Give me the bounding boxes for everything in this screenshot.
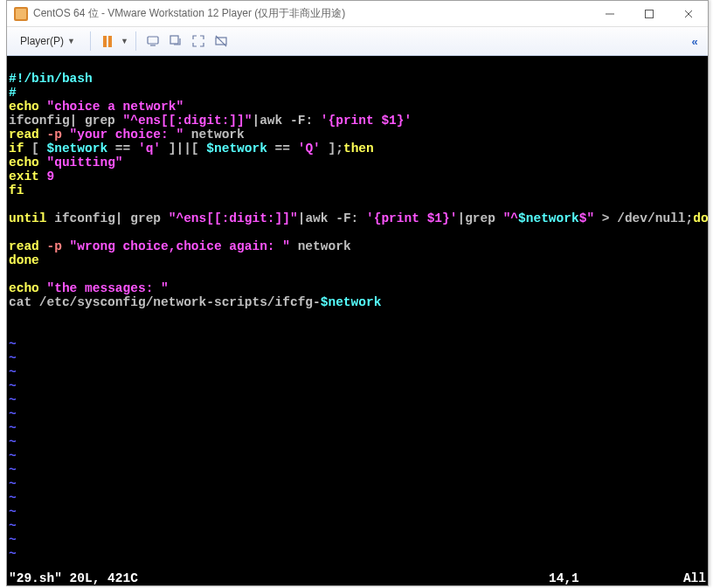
code-token: > /dev/null; bbox=[594, 211, 693, 225]
code-string: 'q' bbox=[138, 142, 161, 156]
code-token: echo bbox=[9, 100, 47, 114]
vim-tilde: ~ bbox=[9, 393, 17, 407]
close-button[interactable] bbox=[668, 1, 708, 26]
chevron-left-icon: « bbox=[691, 35, 694, 48]
status-scroll: All bbox=[671, 571, 706, 585]
status-file-info: "29.sh" 20L, 421C bbox=[9, 571, 549, 585]
vim-tilde: ~ bbox=[9, 337, 17, 351]
vim-tilde: ~ bbox=[9, 435, 17, 449]
code-token: read bbox=[9, 239, 47, 253]
vim-tilde: ~ bbox=[9, 449, 17, 463]
vim-tilde: ~ bbox=[9, 519, 17, 533]
code-var: $network bbox=[47, 142, 108, 156]
code-var: $network bbox=[321, 295, 382, 309]
code-token: |awk -F: bbox=[298, 211, 366, 225]
code-token: ifconfig| grep bbox=[47, 211, 169, 225]
code-line: #!/bin/bash bbox=[9, 72, 93, 86]
code-string: '{print $1}' bbox=[366, 211, 457, 225]
stretch-button[interactable] bbox=[211, 31, 231, 51]
svg-rect-6 bbox=[170, 36, 178, 44]
minimize-button[interactable] bbox=[590, 1, 629, 26]
toolbar-separator bbox=[90, 31, 91, 51]
vim-tilde: ~ bbox=[9, 365, 17, 379]
code-string: "^ens[[:digit:]]" bbox=[169, 211, 298, 225]
vim-tilde: ~ bbox=[9, 407, 17, 421]
code-token: == bbox=[267, 142, 298, 156]
titlebar: CentOS 64 位 - VMware Workstation 12 Play… bbox=[7, 1, 708, 27]
code-token: |awk -F: bbox=[252, 114, 320, 128]
close-icon bbox=[682, 7, 696, 21]
status-cursor-pos: 14,1 bbox=[549, 571, 671, 585]
code-keyword: fi bbox=[9, 183, 24, 197]
player-menu-label: Player(P) bbox=[20, 35, 64, 47]
code-token: cat /etc/sysconfig/network-scripts/ifcfg… bbox=[9, 295, 321, 309]
toolbar-separator bbox=[135, 31, 136, 51]
minimize-icon bbox=[603, 7, 617, 21]
window-controls bbox=[590, 1, 708, 26]
collapse-toolbar-button[interactable]: « bbox=[683, 31, 703, 51]
code-string: 'Q' bbox=[298, 142, 321, 156]
code-token: network bbox=[290, 239, 351, 253]
fullscreen-button[interactable] bbox=[189, 31, 208, 51]
app-icon bbox=[14, 7, 28, 21]
code-token: == bbox=[107, 142, 138, 156]
code-string: "^ bbox=[503, 211, 518, 225]
code-token: ]||[ bbox=[161, 142, 206, 156]
unity-icon bbox=[169, 34, 183, 48]
code-keyword: do bbox=[693, 211, 708, 225]
code-string: "^ens[[:digit:]]" bbox=[123, 114, 253, 128]
svg-rect-1 bbox=[645, 10, 653, 17]
code-keyword: done bbox=[9, 253, 39, 267]
code-line: # bbox=[9, 86, 17, 100]
code-token: echo bbox=[9, 156, 47, 169]
code-keyword: until bbox=[9, 211, 47, 225]
code-string: '{print $1}' bbox=[321, 114, 412, 128]
vim-tilde: ~ bbox=[9, 463, 17, 477]
code-keyword: if bbox=[9, 142, 24, 156]
vim-tilde: ~ bbox=[9, 505, 17, 519]
code-number: 9 bbox=[39, 169, 54, 183]
code-token: network bbox=[183, 128, 245, 142]
vim-tilde: ~ bbox=[9, 547, 17, 561]
code-token: ]; bbox=[321, 142, 343, 156]
toolbar: Player(P) ▼ ▼ « bbox=[7, 27, 708, 56]
window-title: CentOS 64 位 - VMware Workstation 12 Play… bbox=[33, 6, 590, 21]
unity-button[interactable] bbox=[166, 31, 185, 51]
maximize-button[interactable] bbox=[629, 1, 668, 26]
dropdown-icon: ▼ bbox=[67, 37, 75, 45]
send-ctrl-alt-del-button[interactable] bbox=[143, 31, 163, 51]
code-token: |grep bbox=[457, 211, 502, 225]
vim-tilde: ~ bbox=[9, 421, 17, 435]
code-string: "your choice: " bbox=[62, 128, 183, 142]
pause-icon bbox=[103, 36, 112, 47]
vim-tilde: ~ bbox=[9, 477, 17, 491]
svg-rect-4 bbox=[148, 37, 158, 44]
code-var: $network bbox=[518, 211, 579, 225]
code-token: read bbox=[9, 128, 47, 142]
code-var: $network bbox=[206, 142, 267, 156]
vim-tilde: ~ bbox=[9, 491, 17, 505]
code-string: "quitting" bbox=[47, 156, 123, 169]
vim-statusline: "29.sh" 20L, 421C 14,1 All bbox=[9, 571, 706, 585]
pause-dropdown-icon[interactable]: ▼ bbox=[121, 37, 128, 45]
code-flag: -p bbox=[47, 239, 62, 253]
vim-tilde: ~ bbox=[9, 533, 17, 547]
code-keyword: exit bbox=[9, 169, 39, 183]
send-key-icon bbox=[146, 34, 160, 48]
player-menu-button[interactable]: Player(P) ▼ bbox=[12, 31, 83, 51]
code-string: "wrong choice,choice again: " bbox=[62, 239, 290, 253]
pause-button[interactable] bbox=[98, 31, 117, 51]
code-string: "the messages: " bbox=[47, 281, 169, 295]
code-string: "choice a network" bbox=[47, 100, 184, 114]
code-token: ifconfig| grep bbox=[9, 114, 123, 128]
fullscreen-icon bbox=[191, 34, 205, 48]
code-keyword: then bbox=[343, 142, 374, 156]
toolbar-right: « bbox=[683, 31, 703, 51]
vim-tilde: ~ bbox=[9, 379, 17, 393]
vim-tilde: ~ bbox=[9, 351, 17, 365]
code-string: $" bbox=[579, 211, 594, 225]
code-flag: -p bbox=[47, 128, 62, 142]
terminal[interactable]: #!/bin/bash # echo "choice a network" if… bbox=[7, 56, 708, 585]
code-token: echo bbox=[9, 281, 47, 295]
app-window: CentOS 64 位 - VMware Workstation 12 Play… bbox=[6, 0, 709, 586]
